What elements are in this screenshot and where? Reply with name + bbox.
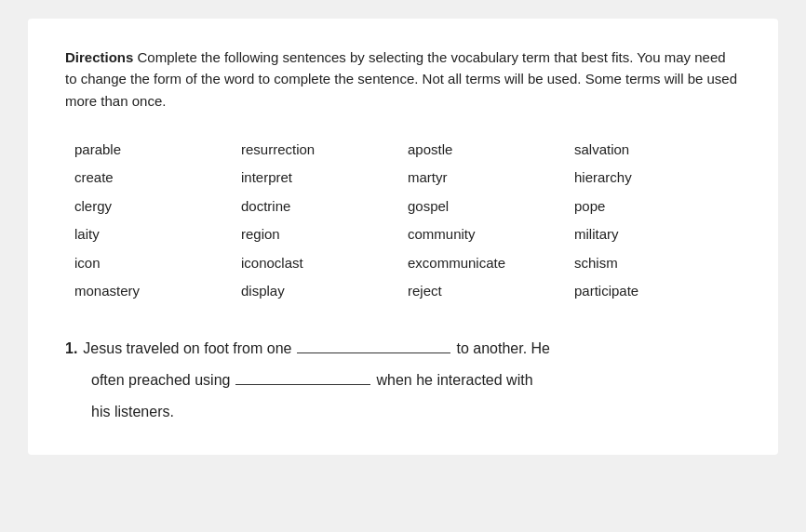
vocab-word: gospel [408,194,574,219]
q1-line3: his listeners. [65,397,741,427]
question-1: 1. Jesus traveled on foot from one to an… [65,334,741,427]
vocab-word: participate [574,279,741,304]
vocab-word: icon [74,251,241,276]
vocab-column-1: parable create clergy laity icon monaste… [74,138,241,304]
vocab-word: reject [408,279,574,304]
vocab-word: apostle [408,138,574,163]
vocab-word: military [574,222,741,247]
vocab-column-2: resurrection interpret doctrine region i… [241,138,408,304]
vocab-word: laity [74,222,241,247]
vocab-word: monastery [74,279,241,304]
vocab-word: clergy [74,194,241,219]
q1-line2-start: often preached using [91,366,230,395]
q1-line1-start: Jesus traveled on foot from one [83,334,291,364]
vocab-word: iconoclast [241,251,408,276]
page-container: Directions Complete the following senten… [28,19,778,455]
q1-blank-2[interactable] [235,368,370,385]
vocab-word: salvation [574,138,741,163]
vocab-word: martyr [408,166,574,191]
q1-line1-end: to another. He [456,334,550,364]
q1-line2-end: when he interacted with [376,366,532,395]
question-number: 1. [65,334,77,364]
vocab-word: community [408,222,574,247]
vocab-column-4: salvation hierarchy pope military schism… [574,138,741,304]
vocab-grid: parable create clergy laity icon monaste… [65,138,741,304]
vocab-word: create [74,166,241,191]
vocab-word: region [241,222,408,247]
directions-label: Directions [65,49,133,65]
directions-block: Directions Complete the following senten… [65,47,741,112]
vocab-column-3: apostle martyr gospel community excommun… [408,138,574,304]
vocab-word: display [241,279,408,304]
vocab-word: schism [574,251,741,276]
vocab-word: parable [74,138,241,163]
vocab-word: resurrection [241,138,408,163]
vocab-word: doctrine [241,194,408,219]
vocab-word: hierarchy [574,166,741,191]
vocab-word: interpret [241,166,408,191]
q1-blank-1[interactable] [297,337,450,353]
vocab-word: pope [574,194,741,219]
questions-section: 1. Jesus traveled on foot from one to an… [65,334,741,427]
directions-text: Complete the following sentences by sele… [65,49,737,109]
vocab-word: excommunicate [408,251,574,276]
